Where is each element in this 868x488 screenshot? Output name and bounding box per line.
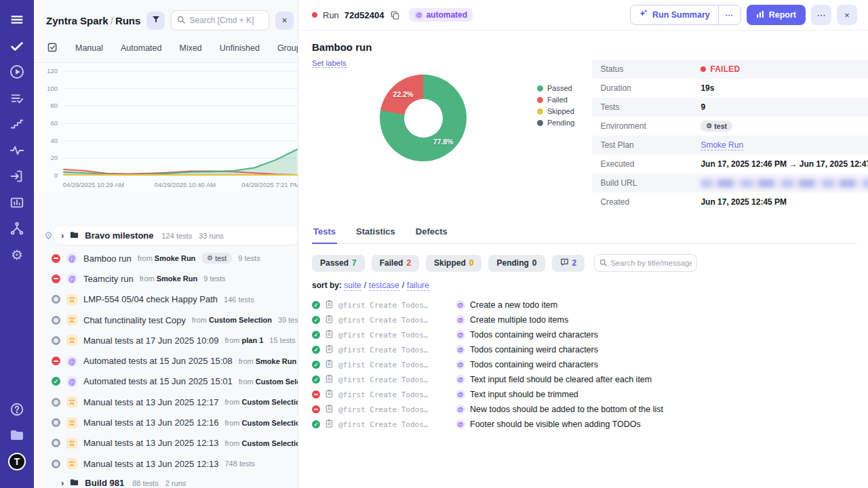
settings-gear-icon[interactable]: ⚙ [8, 246, 26, 264]
ai-sparkle-icon [639, 9, 648, 20]
tab-groups[interactable]: Groups [277, 43, 298, 53]
manual-run-icon [66, 458, 77, 469]
run-list-item[interactable]: LMP-554 05/04 check Happy Path 146 tests [43, 289, 298, 310]
environment-badge: ⚙test [201, 253, 232, 264]
trend-chart-svg: 02040608010012004/29/2025 10:29 AM04/29/… [34, 63, 298, 193]
run-detail-body: Bamboo run Set labels 77.8%22.2% Passed … [298, 30, 868, 488]
test-row[interactable]: @first Create Todos…@Text input should b… [312, 387, 857, 402]
tab-manual[interactable]: Manual [75, 43, 103, 53]
run-list-item[interactable]: Manual tests at 13 Jun 2025 12:13 748 te… [43, 453, 298, 474]
folder-icon [69, 230, 79, 242]
analytics-pulse-icon[interactable] [8, 142, 26, 159]
report-button[interactable]: Report [747, 5, 806, 25]
test-status-failed-icon [312, 390, 320, 399]
tab-unfinished[interactable]: Unfinished [220, 43, 260, 53]
milestones-steps-icon[interactable] [8, 115, 26, 133]
help-icon[interactable] [8, 401, 26, 418]
test-title: New todos should be added to the bottom … [470, 405, 663, 414]
test-row[interactable]: @first Create Todos…@Todos containing we… [312, 327, 857, 342]
manual-run-icon [66, 438, 77, 449]
filter-comments-button[interactable]: 2 [552, 255, 585, 272]
run-detail-header: Run 72d52404 @ automated Run Summary ⋯ R… [298, 0, 868, 30]
run-list-item[interactable]: @ Automated tests at 15 Jun 2025 15:01 f… [43, 371, 298, 392]
select-checkbox-icon[interactable] [47, 42, 58, 54]
run-summary-button[interactable]: Run Summary [631, 5, 718, 24]
report-chart-icon [756, 10, 764, 20]
tab-automated[interactable]: Automated [121, 43, 161, 53]
filter-button[interactable] [146, 12, 165, 30]
test-search-input[interactable] [610, 259, 692, 267]
test-row[interactable]: @first Create Todos…@Footer should be vi… [312, 417, 857, 432]
test-row[interactable]: @first Create Todos…@Create multiple tod… [312, 312, 857, 327]
menu-icon[interactable] [8, 11, 26, 28]
plans-list-icon[interactable] [8, 89, 26, 107]
tab-statistics[interactable]: Statistics [355, 224, 397, 243]
sort-by-suite-link[interactable]: suite [344, 281, 361, 291]
manual-run-icon [66, 314, 77, 325]
filter-pending-button[interactable]: Pending0 [488, 255, 545, 272]
tab-defects[interactable]: Defects [414, 224, 449, 243]
detail-row-tests: Tests 9 [592, 98, 868, 117]
run-list-item[interactable]: Manual tests at 13 Jun 2025 12:17 fromCu… [43, 392, 298, 412]
test-title: Create a new todo item [470, 300, 557, 310]
sort-by-testcase-link[interactable]: testcase [369, 281, 399, 291]
test-row[interactable]: @first Create Todos…@Todos containing we… [312, 357, 857, 372]
app-logo[interactable]: T [8, 453, 26, 470]
projects-folder-icon[interactable] [8, 426, 26, 444]
test-title: Todos containing weird characters [470, 345, 598, 354]
more-actions-button[interactable]: ⋯ [811, 5, 831, 25]
chevron-right-icon[interactable]: › [61, 479, 64, 487]
test-status-passed-icon [312, 420, 320, 428]
chevron-right-icon[interactable]: › [61, 231, 64, 240]
copy-run-id-button[interactable] [391, 11, 399, 20]
run-list-item[interactable]: @ Automated tests at 15 Jun 2025 15:08 f… [43, 350, 298, 371]
close-run-button[interactable]: × [837, 5, 857, 25]
legend-dot-failed [537, 97, 543, 103]
results-donut-chart: 77.8%22.2% [380, 75, 467, 161]
run-summary-more-button[interactable]: ⋯ [718, 5, 741, 24]
reports-barchart-icon[interactable] [8, 194, 26, 211]
collapse-panel-button[interactable]: × [275, 12, 294, 30]
clipboard-icon [325, 300, 334, 310]
run-from: fromCustom Selection [224, 398, 298, 406]
run-list-item[interactable]: @ Teamcity run fromSmoke Run 9 tests [43, 268, 298, 289]
run-list-item[interactable]: Manual tests at 13 Jun 2025 12:13 fromCu… [43, 433, 298, 453]
runs-play-icon[interactable] [8, 63, 26, 81]
breadcrumb-project[interactable]: Zyntra Spark [46, 15, 108, 26]
filter-passed-button[interactable]: Passed7 [312, 255, 365, 272]
test-row[interactable]: @first Create Todos…@Create a new todo i… [312, 298, 857, 312]
tab-mixed[interactable]: Mixed [179, 43, 201, 53]
tests-check-icon[interactable] [8, 37, 26, 55]
run-group-build-981[interactable]: › Build 981 88 tests2 runs [54, 474, 298, 488]
filter-failed-button[interactable]: Failed2 [372, 255, 419, 272]
runs-trend-chart: 02040608010012004/29/2025 10:29 AM04/29/… [34, 62, 298, 192]
runs-search-input[interactable] [189, 16, 263, 25]
filter-skipped-button[interactable]: Skipped0 [426, 255, 481, 272]
pin-icon [45, 231, 52, 241]
status-value: FAILED [701, 64, 740, 74]
run-list-item[interactable]: @ Bamboo run fromSmoke Run ⚙test 9 tests [43, 248, 298, 268]
set-labels-link[interactable]: Set labels [312, 59, 347, 68]
run-list-item[interactable]: Chat functinality test Copy fromCustom S… [43, 310, 298, 330]
run-label: Run [323, 10, 339, 20]
branches-icon[interactable] [8, 220, 26, 237]
sort-by-failure-link[interactable]: failure [407, 281, 429, 291]
test-row[interactable]: @first Create Todos…@Todos containing we… [312, 342, 857, 357]
run-list-item[interactable]: Manual tests at 17 Jun 2025 10:09 frompl… [43, 330, 298, 350]
legend-item: Passed [537, 84, 574, 92]
test-row[interactable]: @first Create Todos…@New todos should be… [312, 402, 857, 417]
test-search[interactable] [594, 254, 697, 272]
import-signin-icon[interactable] [8, 167, 26, 185]
run-overview: 77.8%22.2% Passed Failed Skipped Pending… [312, 75, 857, 211]
test-row[interactable]: @first Create Todos…@Text input field sh… [312, 372, 857, 387]
status-passed-icon [52, 377, 60, 386]
tab-tests[interactable]: Tests [312, 224, 337, 244]
runs-search[interactable] [171, 10, 269, 30]
legend-item: Skipped [537, 107, 574, 115]
gear-icon: ⚙ [706, 123, 712, 129]
automated-icon: @ [456, 360, 465, 369]
run-group-bravo[interactable]: › Bravo milestone 124 tests33 runs [54, 226, 298, 245]
test-plan-link[interactable]: Smoke Run [701, 140, 743, 150]
run-list-item[interactable]: Manual tests at 13 Jun 2025 12:16 fromCu… [43, 412, 298, 432]
build-url-redacted [701, 179, 868, 188]
